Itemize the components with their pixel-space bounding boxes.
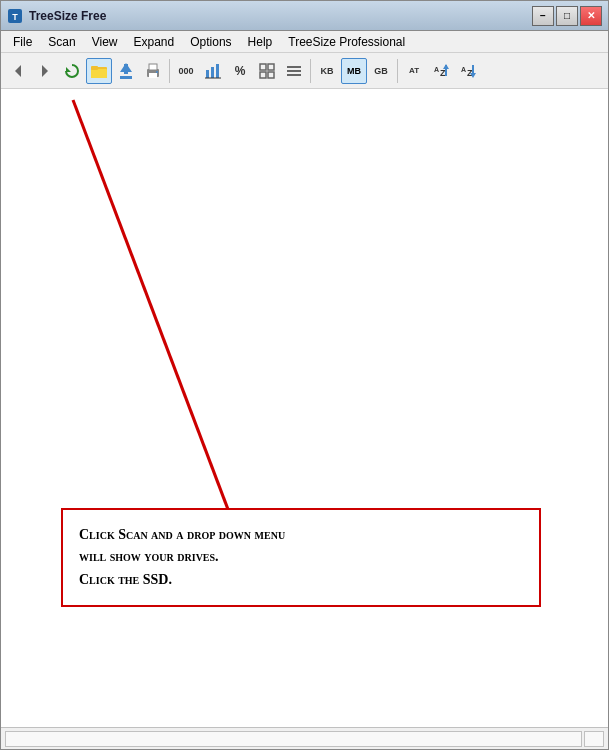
svg-rect-6 [91, 69, 107, 78]
separator-1 [169, 59, 170, 83]
instruction-line2: will show your drives. [79, 549, 219, 564]
instruction-text: Click Scan and a drop down menu will sho… [79, 524, 523, 591]
auto-size-button[interactable]: AT [401, 58, 427, 84]
svg-text:A: A [461, 66, 466, 73]
instruction-box: Click Scan and a drop down menu will sho… [61, 508, 541, 607]
back-button[interactable] [5, 58, 31, 84]
forward-button[interactable] [32, 58, 58, 84]
list-button[interactable] [281, 58, 307, 84]
arrow-annotation [1, 89, 608, 727]
menu-help[interactable]: Help [240, 33, 281, 51]
svg-rect-21 [260, 72, 266, 78]
svg-rect-14 [156, 71, 158, 73]
svg-rect-17 [216, 64, 219, 78]
toolbar: 000 % [1, 53, 608, 89]
percent-button[interactable]: % [227, 58, 253, 84]
close-button[interactable]: ✕ [580, 6, 602, 26]
menu-bar: File Scan View Expand Options Help TreeS… [1, 31, 608, 53]
kb-button[interactable]: KB [314, 58, 340, 84]
app-icon: T [7, 8, 23, 24]
svg-text:T: T [12, 12, 18, 22]
open-folder-button[interactable] [86, 58, 112, 84]
separator-2 [310, 59, 311, 83]
sort-az-asc-button[interactable]: A Z [428, 58, 454, 84]
menu-options[interactable]: Options [182, 33, 239, 51]
svg-rect-16 [211, 67, 214, 78]
svg-rect-10 [120, 76, 132, 79]
menu-expand[interactable]: Expand [126, 33, 183, 51]
svg-rect-15 [206, 70, 209, 78]
svg-marker-4 [66, 67, 71, 72]
instruction-line1: Click Scan and a drop down menu [79, 527, 285, 542]
status-panel-right [584, 731, 604, 747]
svg-marker-3 [42, 65, 48, 77]
svg-text:A: A [434, 66, 439, 73]
mb-button[interactable]: MB [341, 58, 367, 84]
svg-rect-13 [149, 73, 157, 78]
refresh-button[interactable] [59, 58, 85, 84]
separator-3 [397, 59, 398, 83]
sort-az-desc-button[interactable]: A Z [455, 58, 481, 84]
svg-marker-9 [120, 63, 132, 72]
svg-line-34 [73, 100, 248, 562]
app-window: T TreeSize Free − □ ✕ File Scan View Exp… [0, 0, 609, 750]
minimize-button[interactable]: − [532, 6, 554, 26]
up-button[interactable] [113, 58, 139, 84]
svg-marker-29 [443, 64, 449, 69]
maximize-button[interactable]: □ [556, 6, 578, 26]
window-controls: − □ ✕ [532, 6, 602, 26]
number-format-button[interactable]: 000 [173, 58, 199, 84]
menu-treesize-pro[interactable]: TreeSize Professional [280, 33, 413, 51]
chart-button[interactable] [200, 58, 226, 84]
print-button[interactable] [140, 58, 166, 84]
window-title: TreeSize Free [29, 9, 532, 23]
svg-rect-22 [268, 72, 274, 78]
main-content: Click Scan and a drop down menu will sho… [1, 89, 608, 727]
svg-rect-20 [268, 64, 274, 70]
menu-scan[interactable]: Scan [40, 33, 83, 51]
title-bar: T TreeSize Free − □ ✕ [1, 1, 608, 31]
menu-view[interactable]: View [84, 33, 126, 51]
instruction-line3: Click the SSD. [79, 572, 172, 587]
status-bar [1, 727, 608, 749]
gb-button[interactable]: GB [368, 58, 394, 84]
grid-button[interactable] [254, 58, 280, 84]
menu-file[interactable]: File [5, 33, 40, 51]
svg-rect-19 [260, 64, 266, 70]
status-panel-main [5, 731, 582, 747]
svg-rect-7 [91, 66, 98, 70]
svg-rect-12 [149, 64, 157, 70]
svg-marker-2 [15, 65, 21, 77]
